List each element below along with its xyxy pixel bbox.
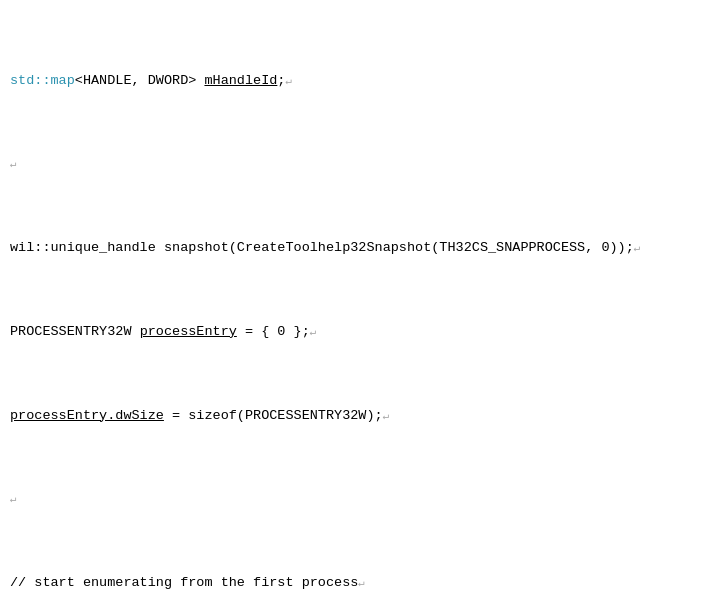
code-line-7: // start enumerating from the first proc… <box>10 573 715 594</box>
code-line-1: std::map<HANDLE, DWORD> mHandleId;↵ <box>10 71 715 92</box>
code-container: std::map<HANDLE, DWORD> mHandleId;↵ ↵ wi… <box>0 0 725 610</box>
code-line-4: PROCESSENTRY32W processEntry = { 0 };↵ <box>10 322 715 343</box>
text-wil: wil::unique_handle snapshot(CreateToolhe… <box>10 240 634 255</box>
code-line-5: processEntry.dwSize = sizeof(PROCESSENTR… <box>10 406 715 427</box>
code-line-6: ↵ <box>10 489 715 510</box>
code-line-3: wil::unique_handle snapshot(CreateToolhe… <box>10 238 715 259</box>
type-keyword: std::map <box>10 73 75 88</box>
var-processentry: processEntry <box>140 324 237 339</box>
code-line-2: ↵ <box>10 154 715 175</box>
var-handleid: mHandleId <box>204 73 277 88</box>
var-processentry-dwsize: processEntry.dwSize <box>10 408 164 423</box>
